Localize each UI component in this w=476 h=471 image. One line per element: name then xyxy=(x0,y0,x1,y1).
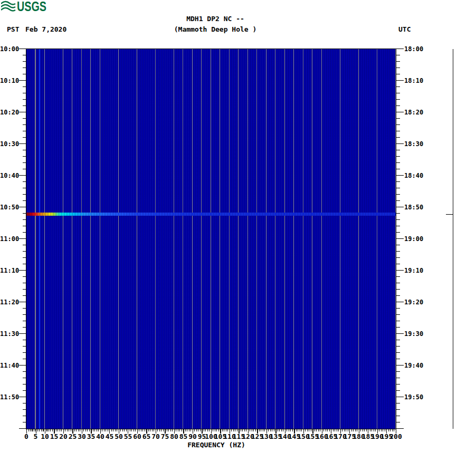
left-time-label: 10:40 xyxy=(0,172,18,179)
chart-title: MDH1 DP2 NC -- xyxy=(186,15,244,23)
frequency-tick-label: 10 xyxy=(41,432,49,440)
right-time-label: 19:50 xyxy=(404,393,423,401)
right-time-label: 19:20 xyxy=(404,299,423,306)
frequency-tick-label: 30 xyxy=(78,432,86,440)
frequency-tick-label: 85 xyxy=(179,432,188,440)
frequency-tick-label: 35 xyxy=(87,432,96,440)
left-time-label: 11:00 xyxy=(0,235,18,243)
timezone-left-label: PST xyxy=(7,25,19,33)
usgs-logo: USGS xyxy=(1,0,50,14)
right-time-label: 18:10 xyxy=(404,77,423,84)
frequency-tick-label: 0 xyxy=(24,432,28,440)
date-label: Feb 7,2020 xyxy=(25,25,66,33)
seismic-event-row xyxy=(26,213,396,216)
right-time-label: 18:30 xyxy=(404,140,423,148)
frequency-tick-label: 90 xyxy=(188,432,197,440)
frequency-tick-label: 70 xyxy=(151,432,160,440)
spectrogram-plot xyxy=(26,49,396,429)
frequency-tick-label: 15 xyxy=(50,432,59,440)
right-time-label: 19:10 xyxy=(404,267,423,274)
left-time-label: 11:50 xyxy=(0,393,18,401)
freq-axis-minor-ticks xyxy=(26,429,396,431)
left-time-label: 11:20 xyxy=(0,299,18,306)
frequency-tick-label: 55 xyxy=(124,432,132,440)
right-time-label: 19:30 xyxy=(404,330,423,338)
spectrogram-page: USGS MDH1 DP2 NC -- (Mammoth Deep Hole )… xyxy=(0,0,476,471)
chart-subtitle: (Mammoth Deep Hole ) xyxy=(174,25,257,33)
amplitude-marker-tick xyxy=(446,214,453,215)
frequency-tick-label: 40 xyxy=(96,432,104,440)
right-time-label: 18:00 xyxy=(404,45,423,53)
frequency-tick-label: 80 xyxy=(170,432,178,440)
frequency-tick-label: 45 xyxy=(106,432,114,440)
frequency-tick-label: 200 xyxy=(389,432,402,440)
persistent-tone-line xyxy=(39,49,40,429)
right-time-label: 18:20 xyxy=(404,109,423,116)
right-time-label: 19:00 xyxy=(404,235,423,243)
frequency-tick-label: 75 xyxy=(161,432,169,440)
amplitude-marker-bar xyxy=(453,49,453,429)
frequency-tick-label: 50 xyxy=(115,432,123,440)
timezone-right-label: UTC xyxy=(398,25,411,33)
left-time-label: 11:30 xyxy=(0,330,18,338)
frequency-axis-title: FREQUENCY (HZ) xyxy=(187,441,245,449)
frequency-tick-label: 65 xyxy=(142,432,151,440)
left-time-label: 11:10 xyxy=(0,267,18,274)
left-time-label: 10:50 xyxy=(0,204,18,211)
frequency-tick-label: 20 xyxy=(59,432,68,440)
usgs-wave-icon: USGS xyxy=(1,0,50,14)
left-time-label: 10:20 xyxy=(0,109,18,116)
usgs-logo-text: USGS xyxy=(17,0,46,14)
left-time-label: 11:40 xyxy=(0,362,18,369)
left-axis-minor-ticks xyxy=(23,49,26,429)
left-time-label: 10:00 xyxy=(0,45,18,53)
frequency-tick-label: 60 xyxy=(133,432,141,440)
left-time-label: 10:30 xyxy=(0,140,18,148)
left-time-label: 10:10 xyxy=(0,77,18,84)
right-time-label: 18:40 xyxy=(404,172,423,179)
frequency-tick-label: 5 xyxy=(34,432,38,440)
frequency-tick-label: 25 xyxy=(69,432,77,440)
right-axis-minor-ticks xyxy=(396,49,400,429)
right-time-label: 18:50 xyxy=(404,204,423,211)
right-time-label: 19:40 xyxy=(404,362,423,369)
